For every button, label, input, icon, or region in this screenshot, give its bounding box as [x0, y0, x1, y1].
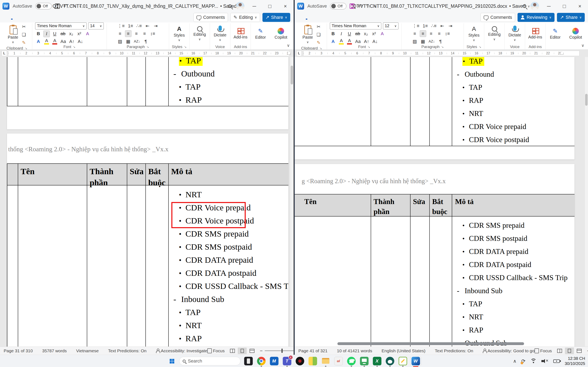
text-predictions[interactable]: Text Predictions: On — [108, 348, 146, 353]
collapse-ribbon-icon[interactable]: ∨ — [287, 43, 290, 48]
font-size-select[interactable]: 14∨ — [88, 23, 104, 29]
styles-button[interactable]: AStyles∨ — [172, 24, 186, 43]
close-button[interactable]: × — [574, 2, 586, 11]
copy-button[interactable]: ❏ — [315, 31, 322, 38]
dialog-launcher-icon[interactable]: ↘ — [368, 45, 370, 49]
vertical-scrollbar[interactable] — [290, 57, 293, 347]
font-color-button[interactable]: A — [346, 38, 353, 45]
comments-button[interactable]: Comments — [481, 13, 515, 22]
superscript-button[interactable]: x² — [371, 31, 377, 37]
clock[interactable]: 12:38 CH 30/10/2025 — [565, 356, 585, 366]
shrink-font-button[interactable]: A↓ — [77, 38, 84, 45]
numbered-list-button[interactable]: 1≡ — [422, 23, 428, 29]
accessibility-status[interactable]: Accessibility: Good to go — [483, 348, 534, 353]
horizontal-ruler[interactable]: 123456789101112131415161718192021222324 — [8, 51, 290, 56]
highlight-color-button[interactable]: A — [338, 38, 345, 45]
highlight-color-button[interactable]: A — [43, 38, 50, 45]
ribbon-tab[interactable] — [19, 17, 20, 18]
text-effects-button[interactable]: A — [379, 31, 385, 37]
ribbon-tab[interactable] — [48, 17, 49, 18]
share-button[interactable]: ↗Share∨ — [557, 13, 585, 22]
ribbon-tab[interactable] — [328, 17, 329, 18]
editor-button[interactable]: ✎Editor — [254, 24, 267, 43]
autosave-toggle[interactable]: Off — [35, 3, 52, 9]
file-explorer-icon[interactable] — [321, 356, 331, 366]
ribbon-tab[interactable] — [11, 17, 12, 18]
add-ins-button[interactable]: Add-ins — [233, 24, 249, 43]
cut-button[interactable]: ✂ — [315, 23, 322, 30]
minimize-button[interactable]: ─ — [249, 2, 260, 11]
font-name-select[interactable]: Times New Roman∨ — [35, 23, 87, 29]
avatar[interactable] — [236, 2, 244, 10]
justify-button[interactable]: ≡ — [436, 30, 443, 37]
add-ins-button[interactable]: Add-ins — [527, 24, 543, 43]
bold-button[interactable]: B — [330, 31, 336, 37]
format-painter-button[interactable]: ✎ — [21, 39, 27, 46]
start-button[interactable] — [167, 357, 176, 366]
accessibility-status[interactable]: Accessibility: Investigate — [156, 348, 207, 353]
ribbon-tab[interactable] — [78, 17, 78, 18]
ribbon-tab[interactable] — [321, 17, 322, 18]
screen-share-icon[interactable] — [359, 356, 369, 366]
decrease-indent-button[interactable]: ⇤ — [144, 23, 151, 29]
scrollbar-thumb[interactable] — [291, 66, 293, 84]
subscript-button[interactable]: x₂ — [68, 31, 74, 37]
borders-button[interactable]: ▦ — [125, 38, 131, 45]
excel-icon[interactable]: X — [372, 356, 382, 366]
font-dialog-a-button[interactable]: A — [330, 38, 336, 45]
dialog-launcher-icon[interactable]: ↘ — [184, 45, 187, 49]
tab-selector[interactable]: L — [296, 51, 302, 56]
whatsapp-icon[interactable]: ☎ — [346, 356, 356, 366]
decrease-indent-button[interactable]: ⇤ — [439, 23, 445, 29]
sort-button[interactable]: AZ↓ — [428, 38, 436, 45]
wifi-icon[interactable] — [530, 359, 537, 364]
collapse-ribbon-icon[interactable]: ∨ — [581, 43, 584, 48]
italic-button[interactable]: I — [338, 31, 345, 37]
word-count[interactable]: 35787 words — [42, 348, 67, 353]
horizontal-scrollbar[interactable] — [337, 342, 524, 345]
onedrive-sync-icon[interactable]: ⟳ — [521, 358, 525, 364]
underline-button[interactable]: U — [346, 31, 353, 37]
reviewing-mode-button[interactable]: Reviewing∨ — [517, 13, 554, 22]
multilevel-list-button[interactable]: ∴≡ — [430, 23, 437, 29]
align-center-button[interactable]: ≡ — [420, 30, 426, 37]
ribbon-tab[interactable] — [365, 17, 366, 18]
font-dialog-a-button[interactable]: A — [35, 38, 42, 45]
zoom-out-button[interactable]: − — [587, 348, 588, 354]
maximize-button[interactable]: □ — [264, 2, 275, 11]
pilcrow-button[interactable]: ¶ — [437, 38, 444, 45]
italic-button[interactable]: I — [43, 31, 50, 37]
language-indicator[interactable]: Vietnamese — [76, 348, 99, 353]
text-effects-button[interactable]: A — [84, 31, 91, 37]
word-icon[interactable]: W — [411, 356, 421, 366]
teams-icon[interactable]: T4 — [282, 356, 292, 366]
focus-button[interactable]: Focus — [534, 348, 552, 353]
unikey-icon[interactable]: ui — [333, 356, 344, 366]
vertical-scrollbar[interactable] — [585, 57, 588, 347]
text-predictions[interactable]: Text Predictions: On — [435, 348, 473, 353]
editing-menu-button[interactable]: Editing∨ — [192, 24, 207, 43]
document-canvas[interactable]: •TAP-Outbound•TAP•RAP•NRT•CDR Voice prep… — [295, 57, 588, 347]
read-mode-button[interactable] — [555, 348, 564, 354]
notepadpp-icon[interactable] — [398, 356, 408, 366]
copilot-button[interactable]: Copilot — [273, 24, 288, 43]
subscript-button[interactable]: x₂ — [362, 31, 369, 37]
ribbon-tab[interactable] — [33, 17, 34, 18]
shading-button[interactable]: ▨ — [411, 38, 418, 45]
share-button[interactable]: ↗Share∨ — [262, 13, 290, 22]
editing-mode-button[interactable]: ✎Editing∨ — [230, 13, 260, 22]
sort-button[interactable]: AZ↓ — [133, 38, 141, 45]
copy-button[interactable]: ❏ — [21, 31, 27, 38]
align-left-button[interactable]: ≡ — [117, 30, 123, 37]
cut-button[interactable]: ✂ — [21, 23, 27, 30]
strikethrough-button[interactable]: ab — [60, 31, 66, 37]
font-name-select[interactable]: Times New Roman∨ — [330, 23, 381, 29]
panda-icon[interactable] — [385, 356, 395, 366]
dictate-button[interactable]: Dictate∨ — [507, 24, 522, 43]
taskbar-search[interactable]: Search — [179, 357, 240, 365]
tab-selector[interactable]: L — [2, 51, 7, 56]
increase-indent-button[interactable]: ⇥ — [152, 23, 159, 29]
maximize-button[interactable]: □ — [559, 2, 570, 11]
autosave-toggle[interactable]: Off — [330, 3, 346, 9]
change-case-button[interactable]: Aa — [60, 38, 67, 45]
